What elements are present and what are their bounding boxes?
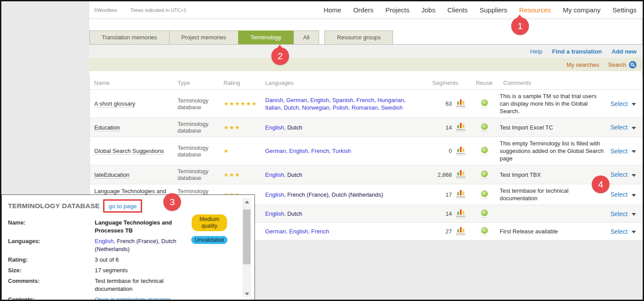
nav-item-home[interactable]: Home — [324, 6, 341, 14]
language-link[interactable]: Dutch, — [284, 104, 301, 111]
language-link[interactable]: German, — [265, 148, 288, 154]
popup-badges: Medium qualityUnvalidated — [190, 214, 228, 244]
scrollbar-thumb[interactable] — [243, 210, 251, 264]
language-link[interactable]: Swedish — [381, 104, 403, 111]
segments-count: 14 — [424, 124, 453, 131]
tab-all[interactable]: All — [293, 30, 319, 44]
select-dropdown[interactable]: Select — [610, 171, 628, 178]
table-row: EducationTerminology database★★★English,… — [90, 118, 643, 137]
segments-chart-cell — [453, 123, 469, 132]
language-link[interactable]: Danish, — [265, 97, 285, 103]
scrollbar-up-arrow-icon[interactable] — [243, 198, 251, 206]
my-searches-link[interactable]: My searches — [567, 61, 599, 68]
segments-chart-icon[interactable] — [456, 170, 465, 179]
resource-comments: Test Import TBX — [500, 171, 610, 179]
nav-item-my-company[interactable]: My company — [563, 6, 601, 14]
add-new-link[interactable]: Add new — [612, 48, 636, 55]
help-link[interactable]: Help — [530, 48, 542, 55]
language-link[interactable]: French, — [356, 97, 376, 103]
open-terminology-manager-link[interactable]: Open in terminology manager — [95, 296, 170, 301]
segments-chart-icon[interactable] — [456, 190, 465, 199]
reuse-cell — [469, 210, 500, 218]
language-link[interactable]: English, — [265, 171, 285, 178]
language-link[interactable]: Norwegian, — [302, 104, 331, 111]
language-link[interactable]: Polish, — [333, 104, 350, 111]
language-link[interactable]: Turkish — [332, 148, 351, 154]
popup-field-label: Contents: — [8, 296, 95, 301]
popup-field-value: Language Technologies and Processes TB — [95, 219, 187, 235]
reuse-cell — [469, 147, 500, 155]
search-icon[interactable] — [629, 61, 636, 69]
popup-scrollbar[interactable] — [243, 198, 251, 297]
nav-item-jobs[interactable]: Jobs — [421, 6, 436, 14]
language-link[interactable]: English, — [265, 210, 285, 217]
chevron-down-icon — [632, 174, 636, 177]
scrollbar-down-arrow-icon[interactable] — [243, 290, 251, 297]
language-link[interactable]: German, — [265, 228, 288, 235]
bar-chart-glyph — [456, 170, 465, 178]
language-label: Dutch — [287, 124, 302, 131]
select-dropdown[interactable]: Select — [610, 228, 628, 235]
segments-chart-icon[interactable] — [456, 123, 465, 132]
reuse-status-icon[interactable] — [481, 171, 488, 179]
popup-field-label: Name: — [8, 219, 95, 235]
segments-chart-icon[interactable] — [456, 227, 465, 236]
select-dropdown[interactable]: Select — [610, 124, 628, 131]
resource-languages: English, Dutch — [262, 210, 424, 217]
select-dropdown[interactable]: Select — [610, 100, 628, 107]
nav-item-settings[interactable]: Settings — [613, 6, 636, 14]
language-link[interactable]: Italian, — [265, 104, 282, 111]
rating-stars: ★★★ — [220, 124, 262, 131]
popup-titlebar: TERMINOLOGY DATABASE go to page — [8, 199, 248, 213]
language-link[interactable]: Spanish, — [332, 97, 355, 103]
resource-languages: English, Dutch — [262, 171, 424, 179]
segments-chart-icon[interactable] — [456, 99, 465, 108]
reuse-status-icon[interactable] — [481, 99, 488, 108]
nav-item-clients[interactable]: Clients — [447, 6, 468, 14]
popup-field-rating: Rating:3 out of 6 — [8, 256, 248, 264]
green-dot-glyph — [481, 191, 488, 197]
search-link[interactable]: Search — [608, 61, 636, 69]
language-link[interactable]: English, — [289, 228, 309, 235]
language-link[interactable]: English, — [310, 97, 331, 103]
nav-item-orders[interactable]: Orders — [353, 6, 374, 14]
reuse-status-icon[interactable] — [481, 191, 488, 199]
language-link[interactable]: English, — [95, 238, 115, 244]
resource-name: Global Search Suggestions — [90, 148, 174, 154]
timezone-note: Times indicated in UTC+1 — [131, 8, 186, 13]
resource-comments: This empty Terminology list is filled wi… — [500, 140, 610, 162]
popup-field-value: English, French (France), Dutch (Netherl… — [95, 237, 187, 253]
chevron-down-icon — [632, 103, 636, 106]
reuse-status-icon[interactable] — [481, 147, 488, 155]
language-link[interactable]: French — [311, 228, 329, 235]
reuse-status-icon[interactable] — [481, 210, 488, 218]
reuse-status-icon[interactable] — [481, 123, 488, 132]
resource-languages: English, Dutch — [262, 124, 424, 131]
tab-terminology[interactable]: Terminology — [238, 30, 294, 44]
nav-item-projects[interactable]: Projects — [386, 6, 409, 14]
select-cell: Select — [610, 210, 643, 217]
language-link[interactable]: German, — [286, 97, 309, 103]
nav-item-resources[interactable]: Resources — [519, 6, 551, 14]
select-dropdown[interactable]: Select — [610, 191, 628, 198]
go-to-page-link[interactable]: go to page — [108, 203, 137, 210]
language-link[interactable]: French, — [311, 148, 331, 154]
nav-item-suppliers[interactable]: Suppliers — [480, 6, 508, 14]
segments-chart-icon[interactable] — [456, 147, 465, 156]
language-link[interactable]: English, — [265, 124, 285, 131]
language-link[interactable]: English, — [265, 191, 285, 198]
resource-languages: German, English, French, Turkish — [262, 147, 424, 155]
language-link[interactable]: English, — [289, 148, 309, 154]
language-link[interactable]: Romanian, — [351, 104, 379, 111]
select-dropdown[interactable]: Select — [610, 210, 628, 217]
popup-field-value: 17 segments — [95, 267, 187, 274]
tab-project-memories[interactable]: Project memories — [169, 30, 239, 44]
tab-translation-memories[interactable]: Translation memories — [89, 30, 170, 44]
segments-chart-icon[interactable] — [456, 210, 465, 218]
find-translation-link[interactable]: Find a translation — [552, 48, 602, 55]
resource-languages: German, English, French — [262, 228, 424, 235]
select-dropdown[interactable]: Select — [610, 148, 628, 155]
reuse-status-icon[interactable] — [481, 227, 488, 236]
tab-resource-groups[interactable]: Resource groups — [324, 30, 393, 44]
language-link[interactable]: Hungarian, — [378, 97, 406, 103]
